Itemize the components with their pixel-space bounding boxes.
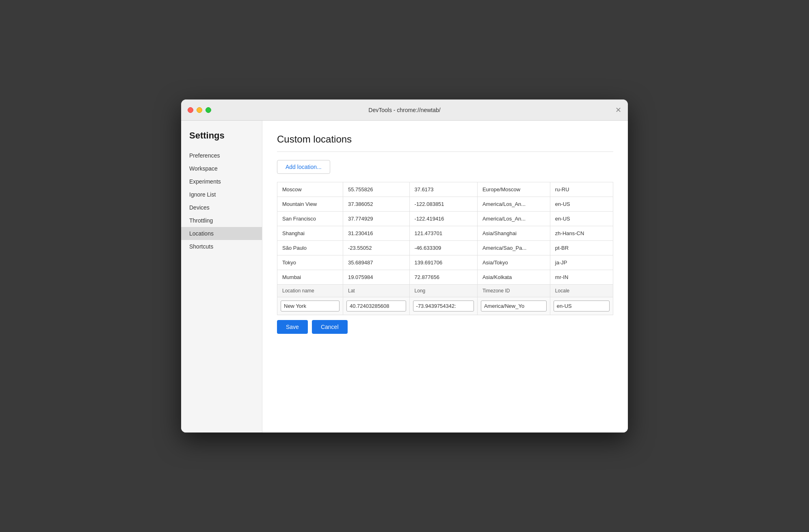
sidebar-item-label: Workspace: [189, 165, 218, 172]
table-row: Tokyo35.689487139.691706Asia/Tokyoja-JP: [277, 255, 613, 270]
title-divider: [277, 151, 613, 152]
window-title: DevTools - chrome://newtab/: [368, 107, 440, 113]
input-timezone[interactable]: [481, 301, 547, 311]
input-locale[interactable]: [554, 301, 610, 311]
cell-locale: zh-Hans-CN: [550, 226, 613, 241]
cell-timezone: Asia/Shanghai: [477, 226, 550, 241]
cell-timezone: America/Los_An...: [477, 197, 550, 212]
sidebar-item-preferences[interactable]: Preferences: [181, 149, 262, 162]
sidebar-heading: Settings: [181, 130, 262, 149]
sidebar-item-label: Throttling: [189, 217, 213, 224]
cell-long: 37.6173: [409, 182, 477, 197]
cell-long: -122.083851: [409, 197, 477, 212]
cell-lat: 19.075984: [343, 270, 409, 285]
cell-lat: 37.386052: [343, 197, 409, 212]
header-long: Long: [409, 285, 477, 297]
save-button[interactable]: Save: [277, 320, 308, 334]
locations-table: Moscow55.75582637.6173Europe/Moscowru-RU…: [277, 182, 613, 315]
window-body: Settings Preferences Workspace Experimen…: [181, 121, 628, 433]
sidebar-item-shortcuts[interactable]: Shortcuts: [181, 240, 262, 253]
sidebar-item-experiments[interactable]: Experiments: [181, 175, 262, 188]
devtools-window: DevTools - chrome://newtab/ ✕ Settings P…: [181, 99, 628, 433]
cell-lat: 37.774929: [343, 212, 409, 226]
sidebar-item-label: Preferences: [189, 152, 220, 159]
cell-timezone: America/Los_An...: [477, 212, 550, 226]
cell-timezone: Europe/Moscow: [477, 182, 550, 197]
table-row: Shanghai31.230416121.473701Asia/Shanghai…: [277, 226, 613, 241]
table-row: Mumbai19.07598472.877656Asia/Kolkatamr-I…: [277, 270, 613, 285]
cell-name: San Francisco: [277, 212, 343, 226]
maximize-traffic-light[interactable]: [205, 107, 211, 113]
cell-name: Tokyo: [277, 255, 343, 270]
sidebar-item-throttling[interactable]: Throttling: [181, 214, 262, 227]
header-name: Location name: [277, 285, 343, 297]
sidebar-item-label: Devices: [189, 204, 210, 211]
cell-locale: pt-BR: [550, 241, 613, 255]
window-close-button[interactable]: ✕: [615, 106, 621, 114]
sidebar-item-label: Shortcuts: [189, 243, 213, 250]
cell-long: -46.633309: [409, 241, 477, 255]
cell-name: Shanghai: [277, 226, 343, 241]
cell-locale: en-US: [550, 197, 613, 212]
cell-locale: ru-RU: [550, 182, 613, 197]
sidebar-item-ignore-list[interactable]: Ignore List: [181, 188, 262, 201]
cell-timezone: Asia/Kolkata: [477, 270, 550, 285]
cell-timezone: America/Sao_Pa...: [477, 241, 550, 255]
input-name[interactable]: [281, 301, 340, 311]
buttons-row: Save Cancel: [277, 320, 613, 334]
minimize-traffic-light[interactable]: [197, 107, 202, 113]
sidebar-item-label: Locations: [189, 230, 214, 237]
sidebar-item-label: Ignore List: [189, 191, 216, 198]
new-location-header-row: Location nameLatLongTimezone IDLocale: [277, 285, 613, 297]
cell-name: São Paulo: [277, 241, 343, 255]
sidebar: Settings Preferences Workspace Experimen…: [181, 121, 262, 433]
cell-long: -122.419416: [409, 212, 477, 226]
cell-lat: 35.689487: [343, 255, 409, 270]
cell-name: Moscow: [277, 182, 343, 197]
cell-lat: 31.230416: [343, 226, 409, 241]
cell-locale: en-US: [550, 212, 613, 226]
input-lat[interactable]: [346, 301, 406, 311]
header-locale: Locale: [550, 285, 613, 297]
title-bar: DevTools - chrome://newtab/ ✕: [181, 99, 628, 121]
cell-locale: ja-JP: [550, 255, 613, 270]
table-row: San Francisco37.774929-122.419416America…: [277, 212, 613, 226]
cancel-button[interactable]: Cancel: [312, 320, 348, 334]
sidebar-item-workspace[interactable]: Workspace: [181, 162, 262, 175]
cell-name: Mumbai: [277, 270, 343, 285]
new-location-input-row: [277, 297, 613, 315]
header-timezone: Timezone ID: [477, 285, 550, 297]
cell-name: Mountain View: [277, 197, 343, 212]
cell-lat: 55.755826: [343, 182, 409, 197]
cell-lat: -23.55052: [343, 241, 409, 255]
page-title: Custom locations: [277, 134, 613, 145]
table-row: São Paulo-23.55052-46.633309America/Sao_…: [277, 241, 613, 255]
cell-long: 121.473701: [409, 226, 477, 241]
add-location-button[interactable]: Add location...: [277, 160, 330, 174]
input-long[interactable]: [413, 301, 474, 311]
traffic-lights: [188, 107, 211, 113]
sidebar-item-locations[interactable]: Locations: [181, 227, 262, 240]
cell-long: 72.877656: [409, 270, 477, 285]
cell-timezone: Asia/Tokyo: [477, 255, 550, 270]
main-content: Custom locations Add location... Moscow5…: [262, 121, 628, 433]
header-lat: Lat: [343, 285, 409, 297]
sidebar-item-devices[interactable]: Devices: [181, 201, 262, 214]
table-row: Mountain View37.386052-122.083851America…: [277, 197, 613, 212]
close-traffic-light[interactable]: [188, 107, 193, 113]
cell-locale: mr-IN: [550, 270, 613, 285]
cell-long: 139.691706: [409, 255, 477, 270]
sidebar-item-label: Experiments: [189, 178, 221, 185]
table-row: Moscow55.75582637.6173Europe/Moscowru-RU: [277, 182, 613, 197]
